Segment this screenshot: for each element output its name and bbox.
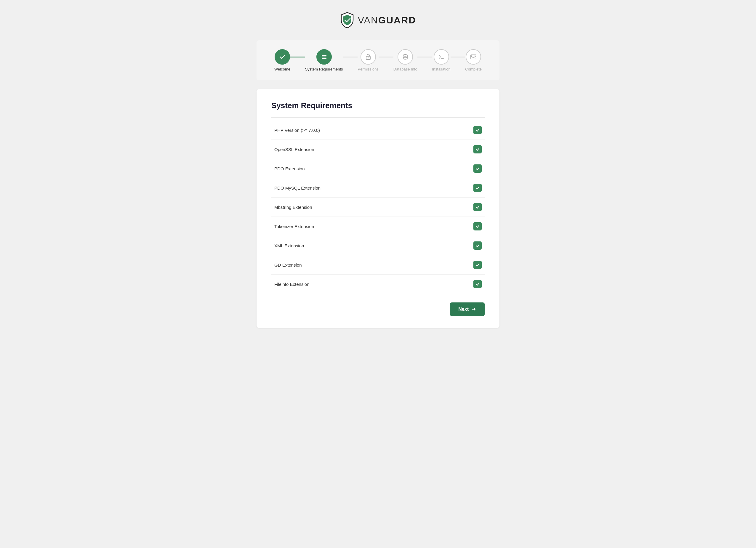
step-label-welcome: Welcome xyxy=(274,67,290,71)
stepper-container: Welcome System Requirements xyxy=(257,40,499,80)
requirement-pdo-mysql: PDO MySQL Extension xyxy=(271,178,485,198)
step-label-complete: Complete xyxy=(465,67,482,71)
svg-rect-2 xyxy=(322,58,326,59)
step-welcome: Welcome xyxy=(274,49,290,71)
shield-icon xyxy=(340,12,354,28)
footer-row: Next xyxy=(271,297,485,316)
main-card: System Requirements PHP Version (>= 7.0.… xyxy=(257,89,499,328)
step-circle-complete xyxy=(466,49,481,65)
requirement-php-version: PHP Version (>= 7.0.0) xyxy=(271,121,485,140)
requirement-openssl: OpenSSL Extension xyxy=(271,140,485,159)
arrow-right-icon xyxy=(471,307,476,312)
step-database-info: Database Info xyxy=(393,49,417,71)
check-icon-gd xyxy=(473,261,482,269)
step-complete: Complete xyxy=(465,49,482,71)
step-system-requirements: System Requirements xyxy=(305,49,343,71)
stepper: Welcome System Requirements xyxy=(274,49,482,71)
divider xyxy=(271,117,485,118)
step-permissions: Permissions xyxy=(358,49,379,71)
svg-rect-0 xyxy=(322,55,326,56)
connector-1 xyxy=(290,57,305,57)
svg-point-4 xyxy=(368,57,369,58)
step-circle-permissions xyxy=(361,49,376,65)
requirement-name-mbstring: Mbstring Extension xyxy=(274,205,312,210)
requirement-name-xml: XML Extension xyxy=(274,243,304,248)
requirement-tokenizer: Tokenizer Extension xyxy=(271,217,485,236)
requirement-name-fileinfo: Fileinfo Extension xyxy=(274,282,309,287)
logo-text: VANGUARD xyxy=(358,15,416,26)
connector-2 xyxy=(343,57,358,57)
svg-line-8 xyxy=(475,55,475,56)
requirement-pdo: PDO Extension xyxy=(271,159,485,178)
step-circle-database-info xyxy=(398,49,413,65)
requirement-xml: XML Extension xyxy=(271,236,485,255)
step-label-database-info: Database Info xyxy=(393,67,417,71)
step-label-system-requirements: System Requirements xyxy=(305,67,343,71)
card-title: System Requirements xyxy=(271,101,485,110)
svg-point-5 xyxy=(403,55,407,56)
requirement-mbstring: Mbstring Extension xyxy=(271,198,485,217)
svg-rect-1 xyxy=(322,57,326,57)
requirement-name-tokenizer: Tokenizer Extension xyxy=(274,224,314,229)
check-icon-fileinfo xyxy=(473,280,482,288)
step-label-permissions: Permissions xyxy=(358,67,379,71)
svg-line-7 xyxy=(471,55,472,56)
check-icon-pdo-mysql xyxy=(473,184,482,192)
check-icon-openssl xyxy=(473,145,482,153)
connector-3 xyxy=(379,57,393,57)
check-icon-xml xyxy=(473,241,482,250)
connector-5 xyxy=(451,57,465,57)
next-button-label: Next xyxy=(458,307,469,312)
step-circle-system-requirements xyxy=(316,49,332,65)
requirement-gd: GD Extension xyxy=(271,255,485,275)
check-icon-php-version xyxy=(473,126,482,134)
requirement-name-pdo-mysql: PDO MySQL Extension xyxy=(274,185,321,190)
requirement-name-openssl: OpenSSL Extension xyxy=(274,147,314,152)
next-button[interactable]: Next xyxy=(450,302,485,316)
step-circle-welcome xyxy=(275,49,290,65)
step-circle-installation xyxy=(434,49,449,65)
requirement-name-gd: GD Extension xyxy=(274,262,302,267)
check-icon-pdo xyxy=(473,164,482,173)
logo: VANGUARD xyxy=(340,12,416,28)
requirement-name-php-version: PHP Version (>= 7.0.0) xyxy=(274,128,320,133)
requirement-fileinfo: Fileinfo Extension xyxy=(271,275,485,294)
check-icon-tokenizer xyxy=(473,222,482,230)
check-icon-mbstring xyxy=(473,203,482,211)
connector-4 xyxy=(417,57,432,57)
step-label-installation: Installation xyxy=(432,67,450,71)
requirements-list: PHP Version (>= 7.0.0) OpenSSL Extension… xyxy=(271,121,485,294)
step-installation: Installation xyxy=(432,49,450,71)
requirement-name-pdo: PDO Extension xyxy=(274,166,305,171)
